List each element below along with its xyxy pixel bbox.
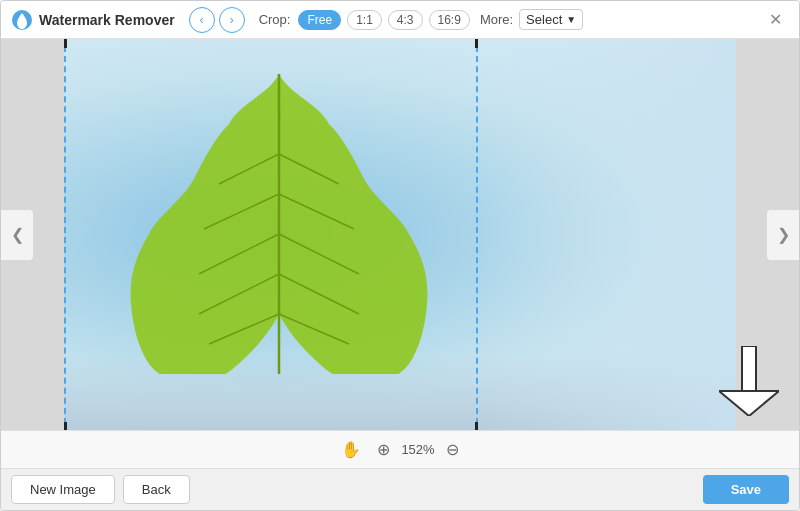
nav-buttons: ‹ › bbox=[189, 7, 245, 33]
back-nav-button[interactable]: ‹ bbox=[189, 7, 215, 33]
main-content: ❮ bbox=[1, 39, 799, 468]
zoom-controls: ⊕ 152% ⊖ bbox=[377, 440, 459, 459]
arrow-guide bbox=[719, 346, 779, 420]
crop-16x9-button[interactable]: 16:9 bbox=[429, 10, 470, 30]
zoom-in-icon[interactable]: ⊕ bbox=[377, 440, 390, 459]
back-button[interactable]: Back bbox=[123, 475, 190, 504]
back-nav-icon: ‹ bbox=[199, 12, 203, 27]
close-icon: ✕ bbox=[769, 10, 782, 29]
right-fade bbox=[480, 39, 736, 430]
new-image-button[interactable]: New Image bbox=[11, 475, 115, 504]
crop-label: Crop: bbox=[259, 12, 291, 27]
footer: New Image Back Save bbox=[1, 468, 799, 510]
crop-4x3-button[interactable]: 4:3 bbox=[388, 10, 423, 30]
app-logo bbox=[11, 9, 33, 31]
crop-free-button[interactable]: Free bbox=[298, 10, 341, 30]
select-dropdown[interactable]: Select ▼ bbox=[519, 9, 583, 30]
crop-options: Free 1:1 4:3 16:9 bbox=[298, 10, 469, 30]
canvas-area: ❮ bbox=[1, 39, 799, 430]
scroll-left-button[interactable]: ❮ bbox=[1, 210, 33, 260]
scroll-right-button[interactable]: ❯ bbox=[767, 210, 799, 260]
zoom-level-display: 152% bbox=[398, 442, 438, 457]
app-title: Watermark Remover bbox=[39, 12, 175, 28]
titlebar: Watermark Remover ‹ › Crop: Free 1:1 4:3… bbox=[1, 1, 799, 39]
pan-tool-icon[interactable]: ✋ bbox=[341, 440, 361, 459]
app-window: Watermark Remover ‹ › Crop: Free 1:1 4:3… bbox=[0, 0, 800, 511]
forward-nav-icon: › bbox=[229, 12, 233, 27]
image-container bbox=[64, 39, 736, 430]
close-button[interactable]: ✕ bbox=[761, 6, 789, 34]
scroll-left-icon: ❮ bbox=[11, 225, 24, 244]
zoom-out-icon[interactable]: ⊖ bbox=[446, 440, 459, 459]
crop-1x1-button[interactable]: 1:1 bbox=[347, 10, 382, 30]
scroll-right-icon: ❯ bbox=[777, 225, 790, 244]
forward-nav-button[interactable]: › bbox=[219, 7, 245, 33]
select-label: Select bbox=[526, 12, 562, 27]
chevron-down-icon: ▼ bbox=[566, 14, 576, 25]
more-label: More: bbox=[480, 12, 513, 27]
zoom-toolbar: ✋ ⊕ 152% ⊖ bbox=[1, 430, 799, 468]
save-button[interactable]: Save bbox=[703, 475, 789, 504]
svg-rect-12 bbox=[742, 346, 756, 391]
svg-marker-13 bbox=[719, 391, 779, 416]
